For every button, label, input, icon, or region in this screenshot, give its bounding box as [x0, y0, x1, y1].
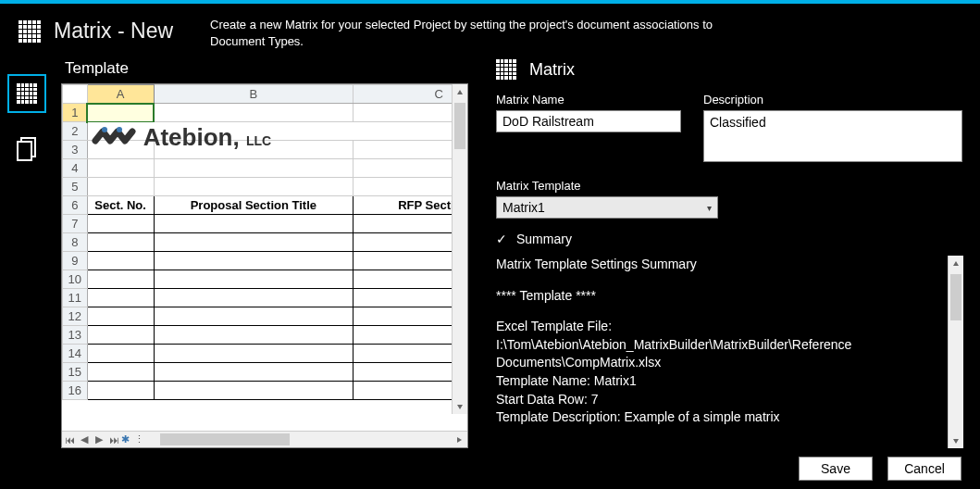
cell[interactable]	[87, 178, 154, 196]
cell[interactable]: Atebion, LLC	[87, 122, 467, 141]
cell[interactable]	[87, 141, 154, 159]
cell[interactable]	[354, 270, 467, 289]
cell[interactable]	[154, 252, 354, 270]
cell[interactable]	[154, 141, 354, 159]
row-header[interactable]: 9	[63, 252, 88, 270]
sheet-new-tab-icon[interactable]: ✱	[121, 433, 130, 445]
col-header-b[interactable]: B	[154, 85, 354, 104]
cell-a1[interactable]	[87, 104, 154, 122]
sheet-nav-prev-icon[interactable]: ◀	[78, 433, 91, 446]
cell[interactable]	[154, 270, 354, 289]
description-input[interactable]	[703, 110, 962, 162]
cell[interactable]	[354, 178, 467, 196]
cell[interactable]	[154, 159, 354, 178]
cell[interactable]	[154, 326, 354, 345]
page-title: Matrix - New	[54, 19, 173, 44]
matrix-name-input[interactable]	[496, 110, 681, 132]
row-header[interactable]: 7	[63, 215, 88, 233]
sheet-corner[interactable]	[63, 85, 88, 104]
cell[interactable]	[87, 307, 154, 326]
cell[interactable]	[354, 307, 467, 326]
description-label: Description	[703, 93, 962, 107]
row-header[interactable]: 16	[63, 382, 88, 400]
scroll-right-icon[interactable]	[452, 432, 467, 447]
cell[interactable]	[87, 215, 154, 233]
cell[interactable]	[354, 141, 467, 159]
nav-documents-button[interactable]	[7, 130, 46, 169]
cell[interactable]	[354, 159, 467, 178]
sheet-nav-next-icon[interactable]: ▶	[93, 433, 105, 446]
summary-scrollbar[interactable]	[948, 256, 963, 448]
sheet-nav-first-icon[interactable]: ⏮	[63, 433, 76, 446]
spreadsheet[interactable]: A B C 1 2	[61, 83, 468, 448]
cell[interactable]	[154, 104, 354, 122]
row-header[interactable]: 5	[63, 178, 88, 196]
col-header-a[interactable]: A	[87, 85, 154, 104]
cell[interactable]	[354, 215, 467, 233]
cell[interactable]	[154, 233, 354, 252]
scroll-thumb[interactable]	[160, 433, 290, 445]
row-header[interactable]: 6	[63, 196, 88, 215]
cell[interactable]	[354, 345, 467, 363]
column-title[interactable]: Proposal Section Title	[154, 196, 354, 215]
row-header[interactable]: 10	[63, 270, 88, 289]
row-header[interactable]: 14	[63, 345, 88, 363]
cell[interactable]	[354, 326, 467, 345]
scroll-up-icon[interactable]	[453, 84, 467, 100]
grid-icon	[496, 59, 516, 80]
scroll-down-icon[interactable]	[949, 433, 963, 448]
cell[interactable]	[87, 270, 154, 289]
matrix-template-value: Matrix1	[502, 200, 545, 215]
col-header-c[interactable]: C	[354, 85, 467, 104]
save-button[interactable]: Save	[799, 457, 873, 481]
scroll-thumb[interactable]	[950, 274, 961, 320]
nav-template-button[interactable]	[7, 74, 46, 113]
cell[interactable]	[354, 382, 467, 400]
vertical-scrollbar[interactable]	[452, 84, 467, 414]
row-header[interactable]: 8	[63, 233, 88, 252]
grid-icon	[17, 83, 37, 104]
cell[interactable]	[154, 215, 354, 233]
cell[interactable]	[354, 233, 467, 252]
cell[interactable]	[154, 363, 354, 382]
cell[interactable]	[154, 289, 354, 307]
cell[interactable]	[154, 307, 354, 326]
row-header[interactable]: 13	[63, 326, 88, 345]
cell[interactable]	[87, 345, 154, 363]
summary-toggle[interactable]: ✓ Summary	[496, 232, 963, 246]
scroll-down-icon[interactable]	[453, 398, 467, 414]
sheet-tab-handle[interactable]: ⋮	[134, 433, 143, 445]
column-title[interactable]: Sect. No.	[87, 196, 154, 215]
row-header[interactable]: 3	[63, 141, 88, 159]
cell[interactable]	[354, 289, 467, 307]
cell[interactable]	[154, 382, 354, 400]
cell[interactable]	[154, 345, 354, 363]
scroll-up-icon[interactable]	[949, 256, 963, 271]
row-header[interactable]: 4	[63, 159, 88, 178]
cell[interactable]	[87, 363, 154, 382]
cell[interactable]	[87, 233, 154, 252]
cell[interactable]	[154, 178, 354, 196]
scroll-thumb[interactable]	[454, 103, 465, 149]
cell[interactable]	[87, 159, 154, 178]
row-header[interactable]: 1	[63, 104, 88, 122]
row-header[interactable]: 11	[63, 289, 88, 307]
summary-name: Template Name: Matrix1	[496, 372, 929, 391]
cell[interactable]	[87, 326, 154, 345]
header: Matrix - New Create a new Matrix for you…	[0, 4, 980, 57]
matrix-template-select[interactable]: Matrix1 ▾	[496, 196, 718, 219]
cell[interactable]	[354, 104, 467, 122]
row-header[interactable]: 2	[63, 122, 88, 141]
sheet-nav-last-icon[interactable]: ⏭	[107, 433, 120, 446]
column-title[interactable]: RFP Section L	[354, 196, 467, 215]
cell[interactable]	[354, 252, 467, 270]
cell[interactable]	[354, 363, 467, 382]
row-header[interactable]: 12	[63, 307, 88, 326]
row-header[interactable]: 15	[63, 363, 88, 382]
cell[interactable]	[87, 252, 154, 270]
cell[interactable]	[87, 382, 154, 400]
horizontal-scrollbar[interactable]	[160, 432, 452, 447]
cancel-button[interactable]: Cancel	[887, 457, 961, 481]
cell[interactable]	[87, 289, 154, 307]
svg-rect-1	[18, 142, 31, 160]
